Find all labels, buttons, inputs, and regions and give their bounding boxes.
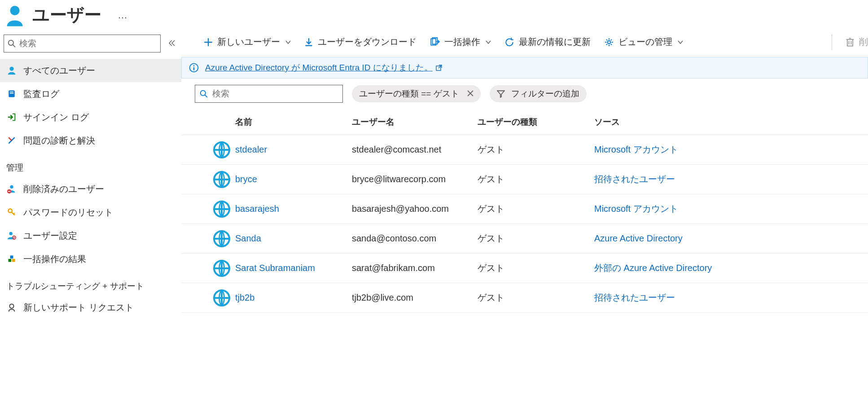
- table-row[interactable]: bryce bryce@litwarecorp.com ゲスト 招待されたユーザ…: [181, 165, 868, 194]
- sidebar-item-diagnose[interactable]: 問題の診断と解決: [0, 129, 181, 152]
- person-icon: [6, 66, 17, 75]
- col-user[interactable]: ユーザー名: [352, 116, 478, 128]
- add-filter-button[interactable]: フィルターの追加: [490, 85, 587, 102]
- user-source-link[interactable]: 招待されたユーザー: [594, 173, 747, 185]
- sidebar-item-all-users[interactable]: すべてのユーザー: [0, 59, 181, 82]
- user-source-link[interactable]: Azure Active Directory: [594, 233, 747, 244]
- banner-text: Azure Active Directory が Microsoft Entra…: [205, 62, 433, 74]
- sidebar-search[interactable]: [4, 35, 161, 52]
- user-principal: sanda@contoso.com: [352, 233, 478, 244]
- user-principal: sarat@fabrikam.com: [352, 263, 478, 273]
- table-header: 名前 ユーザー名 ユーザーの種類 ソース: [181, 109, 868, 135]
- download-users-button[interactable]: ユーザーをダウンロード: [304, 36, 416, 48]
- bulk-ops-button[interactable]: 一括操作: [430, 36, 491, 48]
- sidebar-item-signin-logs[interactable]: サインイン ログ: [0, 105, 181, 129]
- trash-icon: [846, 37, 855, 47]
- sidebar-item-deleted-users[interactable]: 削除済みのユーザー: [0, 177, 181, 201]
- book-icon: [6, 89, 17, 98]
- sidebar-item-label: パスワードのリセット: [23, 206, 113, 219]
- collapse-sidebar-button[interactable]: [161, 39, 178, 49]
- toolbar-label: 削: [859, 36, 868, 48]
- globe-icon: [208, 260, 235, 277]
- chevron-down-icon: [485, 39, 491, 45]
- close-icon[interactable]: [465, 89, 473, 99]
- col-type[interactable]: ユーザーの種類: [478, 116, 594, 128]
- user-name-link[interactable]: Sanda: [235, 233, 352, 244]
- user-principal: stdealer@comcast.net: [352, 144, 478, 155]
- more-button[interactable]: …: [110, 9, 128, 21]
- delete-button[interactable]: 削: [846, 36, 868, 48]
- col-name[interactable]: 名前: [235, 116, 352, 128]
- download-icon: [304, 38, 313, 47]
- user-source-link[interactable]: Microsoft アカウント: [594, 144, 747, 156]
- table-row[interactable]: Sanda sanda@contoso.com ゲスト Azure Active…: [181, 224, 868, 254]
- table-search[interactable]: [195, 85, 343, 103]
- svg-rect-5: [10, 92, 13, 92]
- external-link-icon: [435, 64, 443, 71]
- manage-view-button[interactable]: ビューの管理: [604, 36, 683, 48]
- user-principal: bryce@litwarecorp.com: [352, 174, 478, 184]
- svg-point-3: [9, 67, 13, 71]
- user-name-link[interactable]: stdealer: [235, 144, 352, 155]
- sidebar-section-support: トラブルシューティング + サポート: [0, 271, 181, 296]
- table-row[interactable]: Sarat Subramaniam sarat@fabrikam.com ゲスト…: [181, 254, 868, 283]
- chevron-down-icon: [677, 39, 683, 45]
- toolbar: 新しいユーザー ユーザーをダウンロード 一括操作: [181, 35, 868, 56]
- pill-label: フィルターの追加: [511, 88, 579, 100]
- svg-line-27: [205, 95, 207, 97]
- user-principal: tjb2b@live.com: [352, 293, 478, 303]
- user-name-link[interactable]: basarajesh: [235, 204, 352, 214]
- table-search-input[interactable]: [208, 89, 338, 99]
- svg-point-0: [10, 6, 20, 15]
- refresh-icon: [504, 37, 514, 47]
- svg-rect-6: [10, 93, 13, 94]
- sidebar-item-password-reset[interactable]: パスワードのリセット: [0, 201, 181, 224]
- new-user-button[interactable]: 新しいユーザー: [204, 36, 291, 48]
- globe-icon: [208, 201, 235, 218]
- banner-link[interactable]: Azure Active Directory が Microsoft Entra…: [205, 62, 443, 74]
- table-row[interactable]: basarajesh basarajesh@yahoo.com ゲスト Micr…: [181, 194, 868, 224]
- sidebar-item-label: ユーザー設定: [23, 230, 77, 242]
- toolbar-divider: [832, 35, 832, 50]
- user-source-link[interactable]: 招待されたユーザー: [594, 292, 747, 304]
- svg-rect-9: [8, 191, 11, 192]
- chevron-down-icon: [285, 39, 291, 45]
- pill-label: ユーザーの種類 == ゲスト: [359, 88, 459, 100]
- table-row[interactable]: stdealer stdealer@comcast.net ゲスト Micros…: [181, 135, 868, 165]
- user-name-link[interactable]: bryce: [235, 174, 352, 184]
- user-type: ゲスト: [478, 232, 594, 245]
- sidebar-item-label: 一括操作の結果: [23, 253, 86, 265]
- toolbar-label: 一括操作: [444, 36, 480, 48]
- user-type: ゲスト: [478, 144, 594, 156]
- sidebar-item-user-settings[interactable]: ユーザー設定: [0, 224, 181, 247]
- col-src[interactable]: ソース: [594, 116, 747, 128]
- user-type: ゲスト: [478, 292, 594, 304]
- filter-row: ユーザーの種類 == ゲスト フィルターの追加: [181, 83, 868, 109]
- svg-point-23: [193, 65, 195, 66]
- user-table: 名前 ユーザー名 ユーザーの種類 ソース stdealer stdealer@c…: [181, 109, 868, 313]
- svg-rect-21: [847, 39, 853, 46]
- user-name-link[interactable]: Sarat Subramaniam: [235, 263, 352, 273]
- user-source-link[interactable]: 外部の Azure Active Directory: [594, 262, 747, 274]
- user-source-link[interactable]: Microsoft アカウント: [594, 203, 747, 215]
- user-name-link[interactable]: tjb2b: [235, 293, 352, 303]
- toolbar-label: 新しいユーザー: [217, 36, 280, 48]
- sidebar-search-input[interactable]: [16, 39, 157, 48]
- sidebar-item-bulk-results[interactable]: 一括操作の結果: [0, 247, 181, 271]
- filter-pill-usertype[interactable]: ユーザーの種類 == ゲスト: [352, 85, 481, 102]
- globe-icon: [208, 230, 235, 247]
- signin-icon: [6, 112, 17, 122]
- gear-icon: [604, 37, 614, 47]
- page-header: ユーザー …: [0, 0, 868, 35]
- table-row[interactable]: tjb2b tjb2b@live.com ゲスト 招待されたユーザー: [181, 283, 868, 313]
- page-title: ユーザー: [32, 4, 101, 26]
- svg-point-11: [9, 232, 13, 235]
- sidebar-item-audit-logs[interactable]: 監査ログ: [0, 82, 181, 105]
- toolbar-label: ビューの管理: [618, 36, 672, 48]
- globe-icon: [208, 141, 235, 158]
- bulk-icon: [430, 37, 440, 47]
- sidebar-item-new-support[interactable]: 新しいサポート リクエスト: [0, 296, 181, 319]
- toolbar-label: 最新の情報に更新: [519, 36, 591, 48]
- refresh-button[interactable]: 最新の情報に更新: [504, 36, 591, 48]
- users-icon: [5, 4, 24, 26]
